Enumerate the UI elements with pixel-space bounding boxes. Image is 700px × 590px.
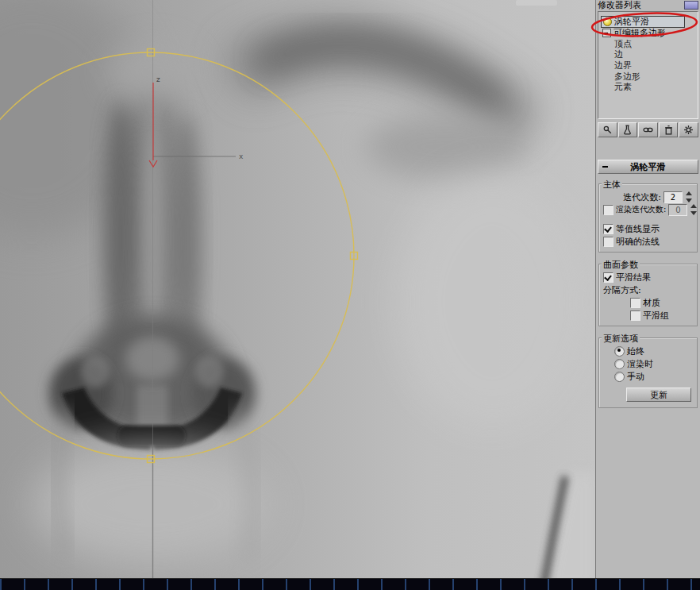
explicit-normals-label: 明确的法线: [616, 236, 660, 248]
rollout-header-turbosmooth[interactable]: 涡轮平滑: [598, 160, 698, 174]
lightbulb-icon[interactable]: [603, 17, 612, 26]
remove-modifier-button[interactable]: [659, 122, 679, 137]
smoothing-groups-checkbox[interactable]: [630, 310, 640, 321]
render-iterations-spinner[interactable]: [690, 204, 698, 215]
when-rendering-label: 渲染时: [627, 358, 653, 370]
smooth-result-label: 平滑结果: [616, 272, 651, 283]
isoline-display-row: 等值线显示: [602, 222, 694, 235]
group-title: 曲面参数: [602, 259, 640, 271]
make-unique-icon: [643, 125, 653, 135]
render-iterations-row: 渲染迭代次数: 0: [602, 203, 694, 216]
update-button-row: 更新: [602, 383, 694, 403]
separate-by-label: 分隔方式:: [603, 284, 641, 296]
stack-item-edge[interactable]: 边: [601, 49, 698, 60]
stack-toolbar: [596, 121, 700, 139]
smooth-result-checkbox[interactable]: [603, 272, 613, 283]
smoothing-groups-label: 平滑组: [643, 310, 669, 322]
materials-label: 材质: [643, 297, 660, 309]
stack-item-element[interactable]: 元素: [601, 82, 698, 93]
collapse-tree-icon[interactable]: [602, 29, 611, 37]
isoline-display-checkbox[interactable]: [603, 224, 613, 234]
render-iterations-field[interactable]: 0: [668, 204, 687, 216]
explicit-normals-row: 明确的法线: [602, 235, 694, 248]
axis-x-label: x: [239, 152, 244, 160]
iterations-label: 迭代次数:: [623, 191, 661, 203]
pin-stack-icon: [602, 125, 613, 135]
axis-z-label: z: [156, 75, 160, 83]
dropdown-arrow-icon[interactable]: [684, 1, 698, 10]
stack-item-label: 元素: [614, 81, 632, 93]
collapse-minus-icon: [602, 166, 608, 168]
separate-by-row: 分隔方式:: [602, 283, 694, 296]
always-radio[interactable]: [614, 346, 625, 357]
always-row: 始终: [602, 345, 694, 357]
stack-item-label: 涡轮平滑: [614, 16, 649, 28]
materials-checkbox[interactable]: [630, 298, 640, 308]
group-main: 主体 迭代次数: 2 渲染迭代次数: 0 等值线显示 明确的法线: [598, 183, 698, 253]
render-iterations-label: 渲染迭代次数:: [616, 204, 666, 215]
modifier-list-label: 修改器列表: [598, 0, 641, 11]
when-rendering-radio[interactable]: [614, 359, 625, 369]
stack-item-border[interactable]: 边界: [601, 60, 698, 71]
stack-item-editable-poly[interactable]: 可编辑多边形: [601, 28, 698, 39]
remove-modifier-icon: [663, 125, 674, 135]
isoline-display-label: 等值线显示: [616, 223, 660, 235]
viewport[interactable]: x z: [0, 0, 595, 578]
manually-label: 手动: [627, 371, 644, 383]
materials-row: 材质: [602, 296, 694, 309]
configure-modifier-sets-icon: [683, 125, 694, 135]
explicit-normals-checkbox[interactable]: [603, 237, 613, 247]
update-button[interactable]: 更新: [626, 388, 691, 402]
when-rendering-row: 渲染时: [602, 357, 694, 370]
smooth-result-row: 平滑结果: [602, 271, 694, 283]
show-end-result-button[interactable]: [618, 122, 638, 137]
stack-item-vertex[interactable]: 顶点: [601, 39, 698, 50]
stack-item-polygon[interactable]: 多边形: [601, 71, 698, 82]
smoothing-groups-row: 平滑组: [602, 309, 694, 322]
manually-radio[interactable]: [614, 372, 625, 382]
group-update-options: 更新选项 始终 渲染时 手动 更新: [598, 337, 698, 408]
command-panel: 修改器列表 涡轮平滑 可编辑多边形 顶点 边 边界 多边形: [595, 0, 700, 578]
show-end-result-icon: [622, 125, 633, 135]
timeline-track-bar[interactable]: [0, 578, 700, 590]
rollout-title: 涡轮平滑: [631, 161, 666, 173]
make-unique-button[interactable]: [638, 122, 658, 137]
iterations-row: 迭代次数: 2: [602, 191, 694, 203]
3dsmax-window: x z 修改器列表 涡轮平滑: [0, 0, 700, 590]
iterations-spinner[interactable]: [685, 191, 693, 202]
viewport-canvas: x z: [0, 0, 595, 578]
render-iterations-checkbox[interactable]: [603, 205, 613, 215]
group-title: 更新选项: [602, 333, 640, 345]
modifier-list-dropdown[interactable]: 修改器列表: [596, 0, 700, 10]
manually-row: 手动: [602, 370, 694, 383]
modifier-stack: 涡轮平滑 可编辑多边形 顶点 边 边界 多边形 元素: [598, 11, 698, 119]
iterations-field[interactable]: 2: [663, 191, 683, 203]
pin-stack-button[interactable]: [598, 122, 617, 137]
group-surface-parameters: 曲面参数 平滑结果 分隔方式: 材质 平滑组: [598, 264, 698, 326]
configure-modifier-sets-button[interactable]: [679, 122, 698, 137]
stack-item-turbosmooth[interactable]: 涡轮平滑: [601, 16, 685, 28]
group-title: 主体: [602, 179, 622, 191]
always-label: 始终: [627, 345, 644, 357]
